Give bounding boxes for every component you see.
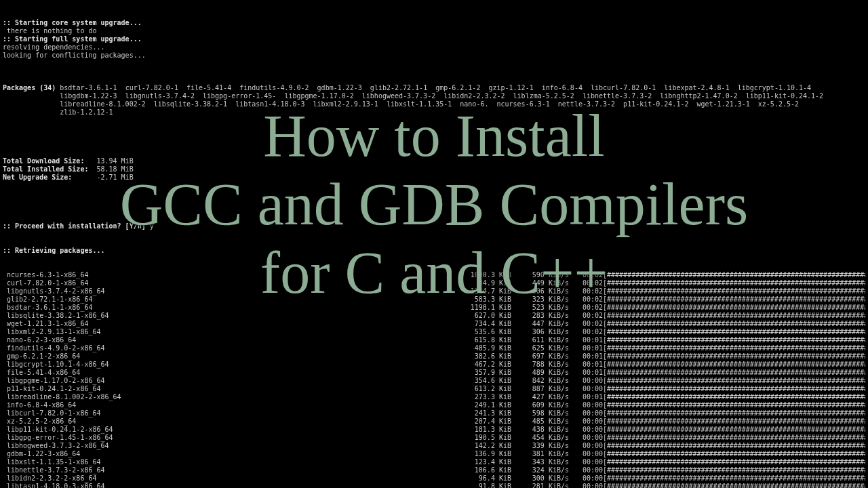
download-line: xz-5.2.5-2-x86_64207.4 KiB485 KiB/s 00:0… (3, 418, 865, 426)
download-line: libgnutls-3.7.4-2-x86_641384.7 KiB606 Ki… (3, 287, 865, 296)
retrieving-header: :: Retrieving packages... (3, 247, 865, 255)
download-line: libxslt-1.1.35-1-x86_64123.4 KiB343 KiB/… (3, 458, 865, 466)
terminal-line: :: Starting full system upgrade... (3, 35, 865, 43)
download-line: libgpg-error-1.45-1-x86_64190.5 KiB454 K… (3, 434, 865, 442)
download-line: gdbm-1.22-3-x86_64136.9 KiB381 KiB/s 00:… (3, 450, 865, 458)
terminal-line: there is nothing to do (3, 27, 865, 35)
download-line: ncurses-6.3-1-x86_641090.3 KiB590 KiB/s … (3, 271, 865, 279)
download-line: libp11-kit-0.24.1-2-x86_64181.3 KiB438 K… (3, 426, 865, 434)
download-line: info-6.8-4-x86_64249.1 KiB609 KiB/s 00:0… (3, 401, 865, 409)
download-line: bsdtar-3.6.1-1-x86_641198.1 KiB523 KiB/s… (3, 304, 865, 312)
packages-line: Packages (34) bsdtar-3.6.1-1 curl-7.82.0… (3, 84, 865, 92)
download-line: libgcrypt-1.10.1-4-x86_64467.2 KiB788 Ki… (3, 361, 865, 369)
download-line: p11-kit-0.24.1-2-x86_64613.2 KiB887 KiB/… (3, 385, 865, 393)
size-line: Net Upgrade Size: -2.71 MiB (3, 174, 865, 182)
terminal-line: resolving dependencies... (3, 43, 865, 52)
packages-line: libgdbm-1.22-3 libgnutls-3.7.4-2 libgpg-… (3, 92, 865, 100)
terminal-output: :: Starting core system upgrade... there… (0, 0, 868, 488)
install-prompt[interactable]: :: Proceed with installation? [Y/n] y (3, 222, 865, 230)
download-line: libnettle-3.7.3-2-x86_64106.6 KiB324 KiB… (3, 466, 865, 474)
size-line: Total Installed Size: 58.18 MiB (3, 165, 865, 174)
download-line: libreadline-8.1.002-2-x86_64273.3 KiB427… (3, 393, 865, 401)
download-line: nano-6.2-3-x86_64615.8 KiB611 KiB/s 00:0… (3, 336, 865, 344)
download-line: libidn2-2.3.2-2-x86_6496.4 KiB300 KiB/s … (3, 474, 865, 483)
terminal-line: looking for conflicting packages... (3, 52, 865, 60)
download-line: glib2-2.72.1-1-x86_64583.3 KiB323 KiB/s … (3, 296, 865, 304)
download-line: wget-1.21.3-1-x86_64734.4 KiB447 KiB/s 0… (3, 320, 865, 328)
packages-line: zlib-1.2.12-1 (3, 108, 865, 117)
terminal-line (3, 60, 865, 68)
download-line: curl-7.82.0-1-x86_6484.9 KiB449 KiB/s 00… (3, 279, 865, 287)
download-line: libhogweed-3.7.3-2-x86_64142.2 KiB339 Ki… (3, 442, 865, 450)
download-line: findutils-4.9.0-2-x86_64485.9 KiB625 KiB… (3, 344, 865, 352)
packages-line: libreadline-8.1.002-2 libsqlite-3.38.2-1… (3, 100, 865, 108)
download-line: file-5.41-4-x86_64357.9 KiB489 KiB/s 00:… (3, 369, 865, 377)
size-line: Total Download Size: 13.94 MiB (3, 157, 865, 165)
download-line: libgpgme-1.17.0-2-x86_64354.6 KiB842 KiB… (3, 377, 865, 385)
download-line: gmp-6.2.1-2-x86_64382.6 KiB697 KiB/s 00:… (3, 352, 865, 361)
download-line: libtasn1-4.18.0-3-x86_6491.8 KiB281 KiB/… (3, 483, 865, 488)
download-line: libsqlite-3.38.2-1-x86_64627.0 KiB283 Ki… (3, 312, 865, 320)
download-line: libcurl-7.82.0-1-x86_64241.3 KiB598 KiB/… (3, 409, 865, 418)
download-line: libxml2-2.9.13-1-x86_64535.6 KiB306 KiB/… (3, 328, 865, 336)
terminal-line: :: Starting core system upgrade... (3, 19, 865, 27)
